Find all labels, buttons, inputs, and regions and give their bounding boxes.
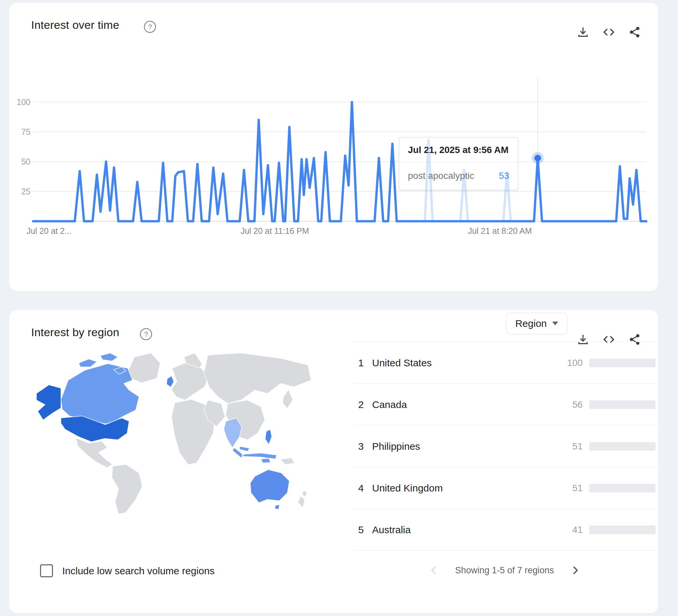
tooltip-date: Jul 21, 2025 at 9:56 AM <box>408 145 509 155</box>
map-region-united-kingdom[interactable] <box>166 376 174 387</box>
checkbox-unchecked[interactable] <box>40 564 53 577</box>
map-region-new-zealand <box>298 491 307 508</box>
map-region-greenland <box>128 353 160 383</box>
interest-over-time-chart[interactable]: 100 75 50 25 Jul 20 at 2... Jul 20 at 11… <box>9 3 658 248</box>
map-region-south-america <box>112 464 142 514</box>
map-region-asia <box>204 353 311 403</box>
region-row[interactable]: 5 Australia 41 <box>353 509 655 551</box>
help-icon[interactable]: ? <box>139 327 153 341</box>
region-row[interactable]: 3 Philippines 51 <box>353 426 655 467</box>
map-region-papua <box>280 458 295 465</box>
tooltip-value: 53 <box>499 171 509 181</box>
google-trends-page: { "colors": { "accent_blue": "#4285f4", … <box>0 0 678 616</box>
region-rank: 1 <box>358 342 364 384</box>
y-tick-50: 50 <box>21 157 31 166</box>
pagination-text: Showing 1-5 of 7 regions <box>455 565 554 576</box>
region-value: 51 <box>572 426 582 467</box>
region-dropdown-label: Region <box>515 318 547 329</box>
highlight-dot <box>534 155 541 161</box>
map-region-malaysia[interactable] <box>240 446 250 451</box>
region-value: 51 <box>572 467 582 509</box>
x-tick-middle: Jul 20 at 11:16 PM <box>241 226 309 235</box>
map-region-india[interactable] <box>224 418 242 448</box>
y-tick-25: 25 <box>21 187 31 196</box>
region-row[interactable]: 4 United Kingdom 51 <box>353 467 655 509</box>
region-rank: 3 <box>358 426 364 467</box>
map-region-indonesia[interactable] <box>232 448 277 463</box>
region-value: 56 <box>572 384 582 425</box>
region-rank: 2 <box>358 384 364 425</box>
tooltip-term: post apocalyptic <box>408 171 475 181</box>
world-map[interactable] <box>29 350 317 520</box>
svg-text:?: ? <box>144 330 148 338</box>
tooltip-divider <box>399 162 518 162</box>
checkbox-label: Include low search volume regions <box>62 565 215 577</box>
map-region-canada[interactable] <box>61 364 139 424</box>
region-name: Australia <box>372 509 411 550</box>
interest-by-region-title: Interest by region <box>31 326 119 339</box>
region-bar-track <box>589 484 655 493</box>
y-tick-100: 100 <box>16 97 31 107</box>
chart-tooltip: Jul 21, 2025 at 9:56 AM post apocalyptic… <box>399 137 518 190</box>
region-value: 41 <box>572 509 582 550</box>
map-region-alaska[interactable] <box>36 385 61 420</box>
region-ranking-list: 1 United States 100 2 Canada 56 3 Philip… <box>353 342 655 551</box>
region-metric-dropdown[interactable]: Region <box>506 313 567 334</box>
region-bar-track <box>589 359 655 367</box>
region-name: United Kingdom <box>372 467 443 509</box>
next-page-icon[interactable] <box>568 564 582 577</box>
region-name: United States <box>372 342 432 384</box>
x-tick-end: Jul 21 at 8:20 AM <box>468 226 532 235</box>
previous-page-icon[interactable] <box>427 564 441 577</box>
region-value: 100 <box>567 342 582 384</box>
map-region-australia[interactable] <box>250 470 289 509</box>
region-row[interactable]: 1 United States 100 <box>353 342 655 384</box>
include-low-volume-checkbox-row[interactable]: Include low search volume regions <box>40 564 215 577</box>
region-bar-track <box>589 526 655 534</box>
map-region-japan <box>283 390 293 408</box>
region-rank: 4 <box>358 467 364 509</box>
chevron-down-icon <box>552 322 558 326</box>
region-bar-track <box>589 442 655 451</box>
x-tick-start: Jul 20 at 2... <box>27 226 72 235</box>
map-region-europe <box>172 363 209 400</box>
region-pagination: Showing 1-5 of 7 regions <box>353 558 655 582</box>
region-name: Canada <box>372 384 407 425</box>
region-name: Philippines <box>372 426 420 467</box>
y-tick-75: 75 <box>21 127 31 137</box>
interest-by-region-card: Interest by region ? Region <box>9 310 658 613</box>
map-region-philippines[interactable] <box>265 429 272 444</box>
map-region-mexico <box>75 438 113 468</box>
region-rank: 5 <box>358 509 364 550</box>
region-row[interactable]: 2 Canada 56 <box>353 384 655 426</box>
interest-over-time-card: Interest over time ? 100 75 50 25 Jul 20… <box>9 3 658 291</box>
region-bar-track <box>589 400 655 409</box>
